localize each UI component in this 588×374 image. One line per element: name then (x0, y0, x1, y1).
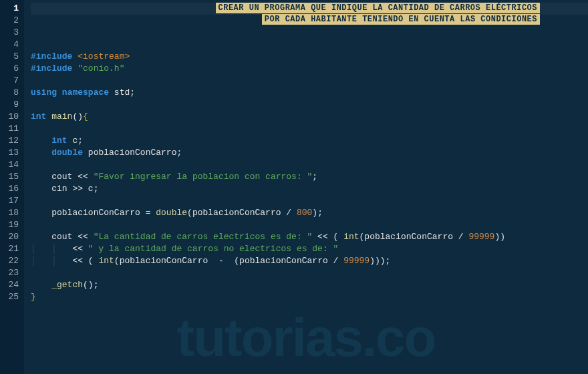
code-line[interactable]: #include <iostream> (31, 51, 588, 63)
line-number: 2 (5, 15, 19, 27)
line-number: 15 (5, 171, 19, 183)
line-number: 19 (5, 219, 19, 231)
line-number: 9 (5, 99, 19, 111)
code-line[interactable]: poblacionConCarro = double(poblacionConC… (31, 207, 588, 219)
code-area[interactable]: CREAR UN PROGRAMA QUE INDIQUE LA CANTIDA… (24, 0, 588, 374)
line-number: 6 (5, 63, 19, 75)
code-line[interactable] (31, 39, 588, 51)
code-editor: 1 2 3 4 5 6 7 8 9 10 11 12 13 14 15 16 1… (0, 0, 588, 374)
code-line[interactable]: cin >> c; (31, 183, 588, 195)
code-line[interactable] (31, 195, 588, 207)
code-line[interactable]: │ │ << " y la cantidad de carros no elec… (31, 243, 588, 255)
code-line[interactable] (31, 75, 588, 87)
line-number: 14 (5, 159, 19, 171)
code-line[interactable]: } (31, 291, 588, 303)
code-line[interactable]: │ │ << ( int(poblacionConCarro - (poblac… (31, 255, 588, 267)
line-number: 3 (5, 27, 19, 39)
banner-line-1: CREAR UN PROGRAMA QUE INDIQUE LA CANTIDA… (216, 3, 540, 13)
code-line[interactable]: #include "conio.h" (31, 63, 588, 75)
line-number: 23 (5, 267, 19, 279)
code-line[interactable] (31, 159, 588, 171)
code-line[interactable]: using namespace std; (31, 87, 588, 99)
code-line[interactable]: int c; (31, 135, 588, 147)
code-line[interactable]: double poblacionConCarro; (31, 147, 588, 159)
line-number: 22 (5, 255, 19, 267)
line-number: 17 (5, 195, 19, 207)
line-number: 8 (5, 87, 19, 99)
code-line[interactable] (31, 99, 588, 111)
code-line[interactable]: cout << "Favor ingresar la poblacion con… (31, 171, 588, 183)
line-number: 5 (5, 51, 19, 63)
line-number: 7 (5, 75, 19, 87)
code-line[interactable] (31, 27, 588, 39)
code-line[interactable]: cout << "La cantidad de carros electrico… (31, 231, 588, 243)
line-number: 1 (5, 3, 19, 15)
line-number: 18 (5, 207, 19, 219)
line-number: 20 (5, 231, 19, 243)
code-line[interactable]: _getch(); (31, 279, 588, 291)
line-number: 11 (5, 123, 19, 135)
line-number: 13 (5, 147, 19, 159)
code-line[interactable] (31, 123, 588, 135)
code-line[interactable] (31, 219, 588, 231)
line-number: 21 (5, 243, 19, 255)
line-number-gutter: 1 2 3 4 5 6 7 8 9 10 11 12 13 14 15 16 1… (0, 0, 24, 374)
code-line[interactable] (31, 267, 588, 279)
line-number: 25 (5, 291, 19, 303)
banner-line-2: POR CADA HABITANTE TENIENDO EN CUENTA LA… (262, 14, 540, 25)
line-number: 24 (5, 279, 19, 291)
line-number: 4 (5, 39, 19, 51)
line-number: 12 (5, 135, 19, 147)
comment-banner: CREAR UN PROGRAMA QUE INDIQUE LA CANTIDA… (216, 3, 540, 25)
line-number: 16 (5, 183, 19, 195)
line-number: 10 (5, 111, 19, 123)
code-line[interactable]: int main(){ (31, 111, 588, 123)
watermark-text: tutorias.co (177, 307, 436, 369)
